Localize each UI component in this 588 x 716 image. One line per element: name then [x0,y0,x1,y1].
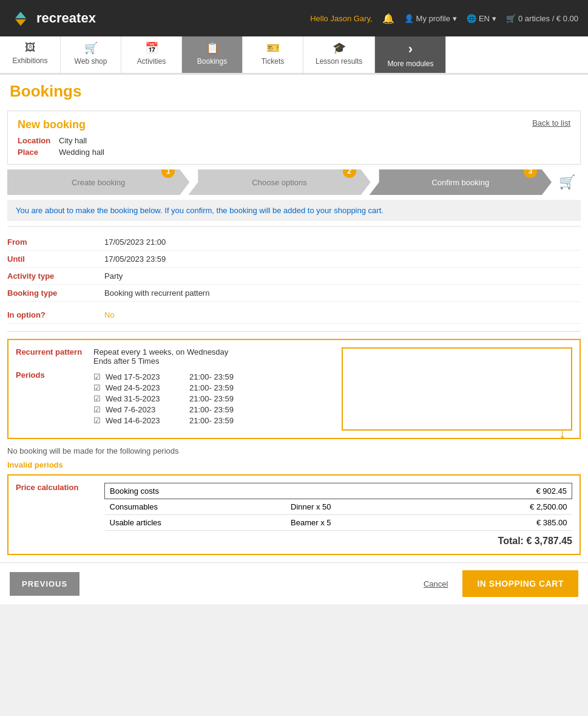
until-value: 17/05/2023 23:59 [104,254,166,264]
tab-activities[interactable]: 📅 Activities [121,36,182,73]
usable-desc: Beamer x 5 [286,515,433,531]
tickets-icon: 🎫 [266,41,280,55]
recurrent-content: Recurrent pattern Repeat every 1 weeks, … [16,347,332,431]
header: recreatex Hello Jason Gary, 🔔 👤 My profi… [0,0,588,36]
tab-bookings[interactable]: 📋 Bookings [182,36,243,73]
in-option-value: No [104,310,115,319]
language-selector[interactable]: 🌐 EN ▾ [467,14,496,23]
price-calculation-label: Price calculation [16,483,95,492]
booking-costs-type: Booking costs [105,483,286,499]
tab-tickets-label: Tickets [262,57,285,66]
bottom-bar: PREVIOUS Cancel IN SHOPPING CART [0,562,588,604]
profile-chevron-icon: ▾ [453,14,457,23]
consumables-type: Consumables [105,499,286,515]
checkbox-4: ☑ [93,405,101,414]
detail-in-option: In option? No [7,307,581,324]
tab-more-modules-label: More modules [387,60,433,68]
profile-icon: 👤 [404,14,414,23]
bookings-icon: 📋 [206,41,219,55]
step-create-badge: 1 [161,165,175,178]
activities-icon: 📅 [145,41,158,55]
detail-until: Until 17/05/2023 23:59 [7,251,581,268]
back-to-list-link[interactable]: Back to list [532,118,570,128]
period-time-2: 21:00- 23:59 [189,383,234,392]
svg-marker-1 [15,19,26,26]
period-4: ☑ Wed 7-6-2023 21:00- 23:59 [93,405,234,414]
tab-more-modules[interactable]: › More modules [375,36,446,73]
price-row-usable-articles: Usable articles Beamer x 5 € 385.00 [105,515,572,531]
price-row-booking-costs: Booking costs € 902.45 [105,483,572,499]
tab-bookings-label: Bookings [197,57,227,66]
profile-label: My profile [416,14,450,23]
pattern-line1: Repeat every 1 weeks, on Wednesday [93,347,228,356]
location-value: City hall [59,136,87,145]
periods-row: Periods ☑ Wed 17-5-2023 21:00- 23:59 ☑ W… [16,370,332,427]
booking-info: New booking Location City hall Place Wed… [18,118,104,157]
place-row: Place Wedding hall [18,148,104,157]
total-label: Total: [498,536,524,546]
recurrent-right-box: ↓ [342,347,572,431]
total-row: Total: € 3,787.45 [16,536,572,547]
step-choose-label: Choose options [252,178,306,187]
period-2: ☑ Wed 24-5-2023 21:00- 23:59 [93,383,234,392]
checkbox-3: ☑ [93,394,101,403]
page-title: Bookings [0,75,588,106]
booking-header-card: New booking Location City hall Place Wed… [7,111,581,165]
consumables-amount: € 2,500.00 [433,499,572,515]
info-text-before: You are about to make the booking below. [16,206,164,215]
cart-label: 0 articles / € 0.00 [518,14,578,23]
bottom-right-actions: Cancel IN SHOPPING CART [424,570,578,597]
globe-icon: 🌐 [467,14,476,23]
booking-type-label: Booking type [7,288,104,298]
usable-amount: € 385.00 [433,515,572,531]
pattern-line2: Ends after 5 Times [93,356,228,366]
tab-webshop[interactable]: 🛒 Web shop [61,36,121,73]
app-name: recreatex [36,10,96,26]
activity-type-value: Party [104,271,123,281]
page-content: Bookings New booking Location City hall … [0,75,588,604]
booking-meta: Location City hall Place Wedding hall [18,136,104,157]
previous-button[interactable]: PREVIOUS [10,572,79,596]
down-arrow-icon: ↓ [559,424,566,442]
step-confirm: Confirm booking 3 [370,169,552,195]
back-link[interactable]: Back to list [532,118,570,128]
step-confirm-badge: 3 [524,165,537,178]
tab-exhibitions[interactable]: 🖼 Exhibitions [0,36,61,73]
tab-lesson-results[interactable]: 🎓 Lesson results [303,36,375,73]
svg-marker-0 [15,12,26,18]
price-calculation-section: Price calculation Booking costs € 902.45… [7,474,581,555]
recurrent-pattern-value: Repeat every 1 weeks, on Wednesday Ends … [93,347,228,366]
divider-1 [7,226,581,227]
details-section: From 17/05/2023 21:00 Until 17/05/2023 2… [7,234,581,324]
period-5: ☑ Wed 14-6-2023 21:00- 23:59 [93,416,234,425]
tab-activities-label: Activities [137,57,166,66]
booking-type-value: Booking with recurrent pattern [104,288,209,298]
periods-list: ☑ Wed 17-5-2023 21:00- 23:59 ☑ Wed 24-5-… [93,370,234,427]
location-label: Location [18,136,54,145]
shopping-cart-button[interactable]: IN SHOPPING CART [462,570,578,597]
period-time-4: 21:00- 23:59 [189,405,234,414]
info-text-after: the booking will be added to your shoppi… [214,206,384,215]
cart-area[interactable]: 🛒 0 articles / € 0.00 [506,14,578,23]
nav-tabs: 🖼 Exhibitions 🛒 Web shop 📅 Activities 📋 … [0,36,588,75]
profile-link[interactable]: 👤 My profile ▾ [404,14,457,23]
period-date-5: Wed 14-6-2023 [106,416,184,425]
steps-container: Create booking 1 Choose options 2 Confir… [7,169,581,195]
total-value: € 3,787.45 [526,536,572,546]
recurrent-pattern-row: Recurrent pattern Repeat every 1 weeks, … [16,347,332,366]
tab-exhibitions-label: Exhibitions [12,56,47,65]
tab-tickets[interactable]: 🎫 Tickets [243,36,303,73]
period-date-3: Wed 31-5-2023 [106,394,184,403]
period-date-1: Wed 17-5-2023 [106,372,184,381]
price-header-row: Price calculation Booking costs € 902.45… [16,483,572,531]
webshop-icon: 🛒 [84,41,98,55]
from-label: From [7,237,104,247]
price-table: Booking costs € 902.45 Consumables Dinne… [104,483,572,531]
recurrent-pattern-label: Recurrent pattern [16,347,89,366]
recurrent-outer: Recurrent pattern Repeat every 1 weeks, … [0,339,588,439]
header-right: Hello Jason Gary, 🔔 👤 My profile ▾ 🌐 EN … [310,13,578,24]
from-value: 17/05/2023 21:00 [104,237,166,247]
cancel-link[interactable]: Cancel [424,579,448,588]
checkbox-5: ☑ [93,416,101,425]
invalid-periods-label: Invalid periods [7,460,581,469]
